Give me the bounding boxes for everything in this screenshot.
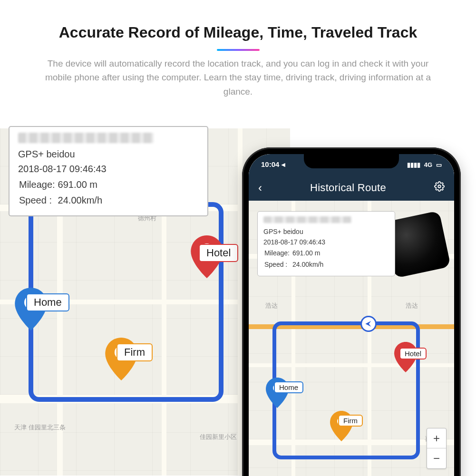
status-time: 10:04 ◂	[261, 160, 285, 169]
settings-button[interactable]	[434, 181, 445, 194]
pin-hotel[interactable]: Hotel	[394, 342, 418, 372]
pin-label: Firm	[338, 415, 363, 427]
signal-icon: ▮▮▮▮	[407, 161, 420, 168]
pin-label: Home	[274, 381, 303, 393]
map-place-label: 佳园新里小区	[200, 433, 237, 441]
phone-notch	[304, 154, 399, 168]
gradient-divider	[217, 49, 260, 51]
map-place-label: 天津 佳园里北三条	[14, 423, 66, 432]
redacted-line	[18, 133, 154, 143]
battery-icon: ▭	[436, 161, 442, 168]
pin-label: Home	[26, 293, 69, 311]
info-timestamp: 2018-08-17 09:46:43	[263, 237, 389, 248]
phone-mockup: 龙仓村 南仓村 浩达 浩达 喜悦村 佳园新里北区 佳园里小区 GPS+ beid…	[242, 147, 461, 476]
track-info-popup: GPS+ beidou 2018-08-17 09:46:43 Mileage:…	[9, 126, 208, 216]
phone-screen: 龙仓村 南仓村 浩达 浩达 喜悦村 佳园新里北区 佳园里小区 GPS+ beid…	[249, 154, 454, 476]
status-indicators: ▮▮▮▮ 4G ▭	[407, 161, 442, 168]
redacted-line	[263, 216, 351, 223]
info-timestamp: 2018-08-17 09:46:43	[18, 162, 199, 176]
marketing-header: Accurate Record of Mileage, Time, Travel…	[0, 0, 476, 98]
zoom-out-button[interactable]: −	[427, 448, 446, 468]
pin-hotel[interactable]: Hotel	[190, 235, 223, 278]
zoom-control: + −	[427, 428, 447, 469]
track-info-popup: GPS+ beidou 2018-08-17 09:46:43 Mileage:…	[257, 211, 395, 276]
map-place-label: 浩达	[406, 301, 418, 310]
pin-label: Firm	[117, 343, 153, 361]
info-table: Mileage:691.00 m Speed :24.00km/h	[18, 176, 103, 209]
app-nav-bar: ‹ Historical Route	[249, 175, 454, 201]
pin-home[interactable]: Home	[265, 378, 289, 408]
pin-label: Hotel	[199, 244, 238, 262]
pin-label: Hotel	[399, 348, 427, 359]
zoom-in-button[interactable]: +	[427, 428, 446, 448]
info-source: GPS+ beidou	[18, 147, 199, 162]
info-source: GPS+ beidou	[263, 227, 389, 237]
svg-point-6	[438, 185, 441, 188]
pin-home[interactable]: Home	[14, 288, 48, 330]
page-description: The device will automatically record the…	[34, 57, 443, 98]
info-table: Mileage:691.00 m Speed :24.00km/h	[263, 247, 324, 271]
pin-firm[interactable]: Firm	[105, 338, 138, 380]
back-button[interactable]: ‹	[258, 181, 262, 194]
screen-title: Historical Route	[310, 182, 386, 194]
map-place-label: 浩达	[265, 301, 278, 310]
network-label: 4G	[424, 161, 432, 168]
current-position-icon	[360, 316, 377, 332]
pin-firm[interactable]: Firm	[330, 411, 353, 441]
page-title: Accurate Record of Mileage, Time, Travel…	[0, 24, 476, 41]
